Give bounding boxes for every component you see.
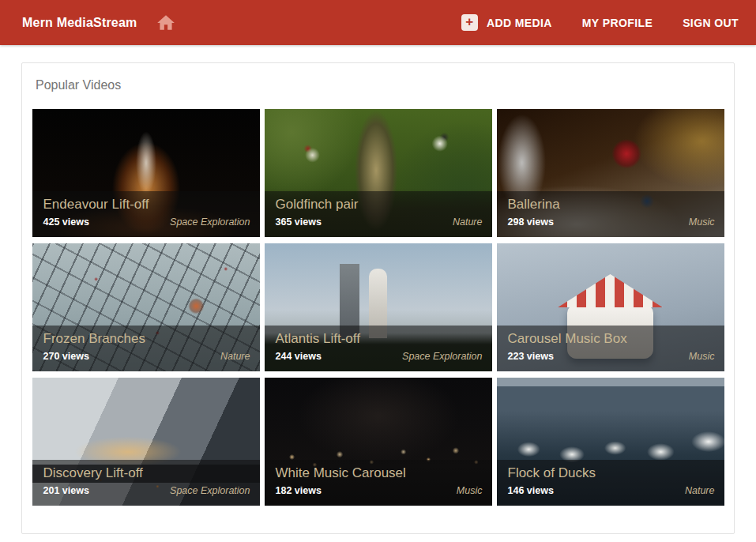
video-card-carousel-music-box[interactable]: Carousel Music Box 223 views Music — [497, 243, 724, 371]
video-genre: Space Exploration — [170, 485, 250, 496]
video-views: 425 views — [43, 216, 89, 228]
video-views: 365 views — [276, 216, 322, 228]
video-card-frozen-branches[interactable]: Frozen Branches 270 views Nature — [32, 243, 260, 371]
video-genre: Music — [457, 485, 483, 496]
video-views: 146 views — [508, 485, 554, 496]
video-card-flock-of-ducks[interactable]: Flock of Ducks 146 views Nature — [497, 378, 724, 506]
add-media-label: ADD MEDIA — [487, 17, 552, 29]
video-card-white-music-carousel[interactable]: White Music Carousel 182 views Music — [265, 378, 492, 506]
video-meta: 298 views Music — [508, 216, 715, 228]
app-bar-nav: + ADD MEDIA MY PROFILE SIGN OUT — [433, 9, 740, 36]
video-title: Endeavour Lift-off — [43, 197, 250, 213]
video-overlay: Endeavour Lift-off 425 views Space Explo… — [32, 191, 260, 237]
video-genre: Nature — [220, 351, 250, 362]
video-overlay: Ballerina 298 views Music — [497, 191, 724, 237]
popular-videos-panel: Popular Videos Endeavour Lift-off 425 vi… — [21, 62, 735, 534]
video-title: Frozen Branches — [43, 331, 250, 347]
video-title: White Music Carousel — [276, 465, 483, 481]
video-views: 223 views — [508, 351, 554, 362]
video-overlay: Frozen Branches 270 views Nature — [32, 326, 260, 371]
video-title: Flock of Ducks — [508, 465, 715, 481]
video-genre: Music — [689, 216, 715, 228]
app-bar: Mern MediaStream + ADD MEDIA MY PROFILE … — [0, 0, 756, 45]
video-title: Carousel Music Box — [508, 331, 715, 347]
section-heading: Popular Videos — [36, 78, 722, 92]
my-profile-button[interactable]: MY PROFILE — [581, 12, 654, 34]
video-overlay: Flock of Ducks 146 views Nature — [497, 460, 724, 506]
sign-out-button[interactable]: SIGN OUT — [681, 12, 740, 34]
video-genre: Space Exploration — [402, 351, 482, 362]
video-card-endeavour-lift-off[interactable]: Endeavour Lift-off 425 views Space Explo… — [32, 109, 260, 237]
video-title: Atlantis Lift-off — [276, 331, 483, 347]
app-title: Mern MediaStream — [22, 16, 137, 30]
video-meta: 146 views Nature — [508, 485, 715, 496]
video-card-atlantis-lift-off[interactable]: Atlantis Lift-off 244 views Space Explor… — [265, 243, 492, 371]
video-views: 182 views — [276, 485, 322, 496]
add-box-icon: + — [461, 14, 478, 31]
video-meta: 270 views Nature — [43, 351, 250, 362]
video-meta: 425 views Space Exploration — [43, 216, 250, 228]
video-views: 244 views — [276, 351, 322, 362]
video-card-ballerina[interactable]: Ballerina 298 views Music — [497, 109, 724, 237]
video-title: Ballerina — [508, 197, 715, 213]
video-genre: Nature — [685, 485, 715, 496]
video-genre: Music — [689, 351, 715, 362]
video-meta: 223 views Music — [508, 351, 715, 362]
video-meta: 201 views Space Exploration — [43, 485, 250, 496]
video-title: Discovery Lift-off — [43, 465, 250, 481]
add-media-button[interactable]: + ADD MEDIA — [460, 9, 554, 36]
video-genre: Nature — [453, 216, 483, 228]
video-title: Goldfinch pair — [276, 197, 483, 213]
my-profile-label: MY PROFILE — [582, 17, 653, 29]
sign-out-label: SIGN OUT — [683, 17, 739, 29]
home-button[interactable] — [154, 11, 178, 35]
video-overlay: Atlantis Lift-off 244 views Space Explor… — [265, 326, 492, 371]
home-icon — [156, 13, 176, 33]
video-meta: 182 views Music — [276, 485, 483, 496]
app-bar-left: Mern MediaStream — [22, 11, 178, 35]
video-grid: Endeavour Lift-off 425 views Space Explo… — [34, 109, 722, 506]
video-overlay: Carousel Music Box 223 views Music — [497, 326, 724, 371]
video-overlay: White Music Carousel 182 views Music — [265, 460, 492, 506]
video-card-discovery-lift-off[interactable]: Discovery Lift-off 201 views Space Explo… — [32, 378, 260, 506]
video-overlay: Goldfinch pair 365 views Nature — [265, 191, 492, 237]
video-overlay: Discovery Lift-off 201 views Space Explo… — [32, 460, 260, 506]
video-views: 270 views — [43, 351, 89, 362]
video-meta: 365 views Nature — [276, 216, 483, 228]
video-meta: 244 views Space Exploration — [276, 351, 483, 362]
video-views: 201 views — [43, 485, 89, 496]
video-genre: Space Exploration — [170, 216, 250, 228]
video-card-goldfinch-pair[interactable]: Goldfinch pair 365 views Nature — [265, 109, 492, 237]
video-views: 298 views — [508, 216, 554, 228]
